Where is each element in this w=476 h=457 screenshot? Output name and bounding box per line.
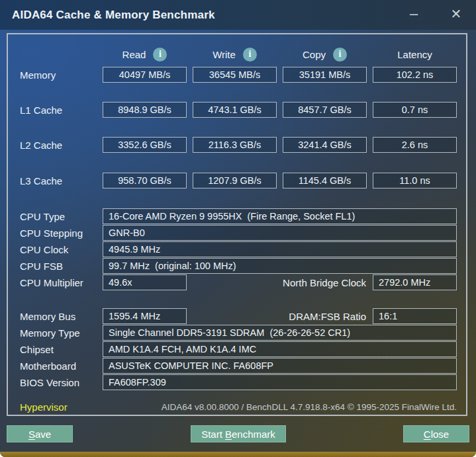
memory-copy-value: 35191 MB/s xyxy=(283,67,367,83)
header-write: Write i xyxy=(193,46,277,62)
titlebar: AIDA64 Cache & Memory Benchmark – ✕ xyxy=(0,0,476,30)
header-copy-label: Copy xyxy=(303,49,326,60)
header-read: Read i xyxy=(103,46,187,62)
header-read-label: Read xyxy=(122,49,146,60)
motherboard-label: Motherboard xyxy=(20,358,76,374)
chipset-label: Chipset xyxy=(20,341,54,357)
row-label-l2-cache: L2 Cache xyxy=(20,137,62,153)
l1-write-value: 4743.1 GB/s xyxy=(193,102,277,118)
l2-read-value: 3352.6 GB/s xyxy=(103,137,187,153)
l1-copy-value: 8457.7 GB/s xyxy=(283,102,367,118)
l2-copy-value: 3241.4 GB/s xyxy=(283,137,367,153)
write-info-icon[interactable]: i xyxy=(243,48,257,62)
cpu-clock-value: 4945.9 MHz xyxy=(103,241,457,257)
cpu-type-label: CPU Type xyxy=(20,208,65,224)
memory-type-value: Single Channel DDR5-3191 SDRAM (26-26-26… xyxy=(103,325,457,341)
cpu-multiplier-value: 49.6x xyxy=(103,274,187,290)
memory-type-label: Memory Type xyxy=(20,325,80,341)
close-label-accel: C xyxy=(424,429,431,440)
save-label-post: ave xyxy=(35,429,51,440)
close-dialog-button[interactable]: Close xyxy=(403,425,469,442)
close-label-post: lose xyxy=(431,429,450,440)
row-label-l1-cache: L1 Cache xyxy=(20,102,62,118)
cpu-type-value: 16-Core AMD Ryzen 9 9955HX (Fire Range, … xyxy=(103,208,457,224)
version-text: AIDA64 v8.00.8000 / BenchDLL 4.7.918.8-x… xyxy=(103,399,457,414)
start-benchmark-button[interactable]: Start Benchmark xyxy=(191,425,286,442)
header-latency: Latency xyxy=(373,46,457,62)
minimize-button[interactable]: – xyxy=(403,3,425,25)
memory-latency-value: 102.2 ns xyxy=(373,67,457,83)
memory-write-value: 36545 MB/s xyxy=(193,67,277,83)
window-title: AIDA64 Cache & Memory Benchmark xyxy=(0,9,215,22)
north-bridge-clock-value: 2792.0 MHz xyxy=(373,274,457,290)
header-latency-label: Latency xyxy=(397,49,432,60)
save-button[interactable]: Save xyxy=(7,425,73,442)
memory-bus-label: Memory Bus xyxy=(20,308,75,324)
l2-write-value: 2116.3 GB/s xyxy=(193,137,277,153)
l3-write-value: 1207.9 GB/s xyxy=(193,173,277,188)
close-icon: ✕ xyxy=(451,6,462,22)
dram-fsb-ratio-value: 16:1 xyxy=(373,308,457,324)
dram-fsb-ratio-label: DRAM:FSB Ratio xyxy=(199,308,366,324)
cpu-clock-label: CPU Clock xyxy=(20,241,68,257)
close-button[interactable]: ✕ xyxy=(445,3,467,25)
hypervisor-label: Hypervisor xyxy=(20,399,68,414)
start-label-post: enchmark xyxy=(232,429,275,440)
cpu-fsb-value: 99.7 MHz (original: 100 MHz) xyxy=(103,258,457,274)
bios-version-label: BIOS Version xyxy=(20,374,79,390)
chipset-value: AMD K1A.4 FCH, AMD K1A.4 IMC xyxy=(103,341,457,357)
start-label-pre: Start xyxy=(201,429,225,440)
start-label-accel: B xyxy=(225,429,232,440)
l3-copy-value: 1145.4 GB/s xyxy=(283,173,367,188)
l3-latency-value: 11.0 ns xyxy=(373,173,457,188)
l3-read-value: 958.70 GB/s xyxy=(103,173,187,188)
cpu-fsb-label: CPU FSB xyxy=(20,258,63,274)
minimize-icon: – xyxy=(410,5,418,22)
l2-latency-value: 2.6 ns xyxy=(373,137,457,153)
header-copy: Copy i xyxy=(283,46,367,62)
cpu-stepping-label: CPU Stepping xyxy=(20,225,83,241)
cpu-multiplier-label: CPU Multiplier xyxy=(20,274,83,290)
memory-bus-value: 1595.4 MHz xyxy=(103,308,187,324)
bios-version-value: FA608FP.309 xyxy=(103,374,457,390)
l1-read-value: 8948.9 GB/s xyxy=(103,102,187,118)
row-label-l3-cache: L3 Cache xyxy=(20,173,62,188)
l1-latency-value: 0.7 ns xyxy=(373,102,457,118)
row-label-memory: Memory xyxy=(20,67,56,83)
benchmark-window: AIDA64 Cache & Memory Benchmark – ✕ Read… xyxy=(0,0,476,457)
motherboard-value: ASUSTeK COMPUTER INC. FA608FP xyxy=(103,358,457,374)
read-info-icon[interactable]: i xyxy=(153,48,167,62)
bottom-accent-strip xyxy=(0,452,476,457)
north-bridge-clock-label: North Bridge Clock xyxy=(199,274,366,290)
cpu-stepping-value: GNR-B0 xyxy=(103,225,457,241)
memory-read-value: 40497 MB/s xyxy=(103,67,187,83)
header-write-label: Write xyxy=(213,49,236,60)
copy-info-icon[interactable]: i xyxy=(333,48,347,62)
save-label-accel: S xyxy=(28,429,35,440)
